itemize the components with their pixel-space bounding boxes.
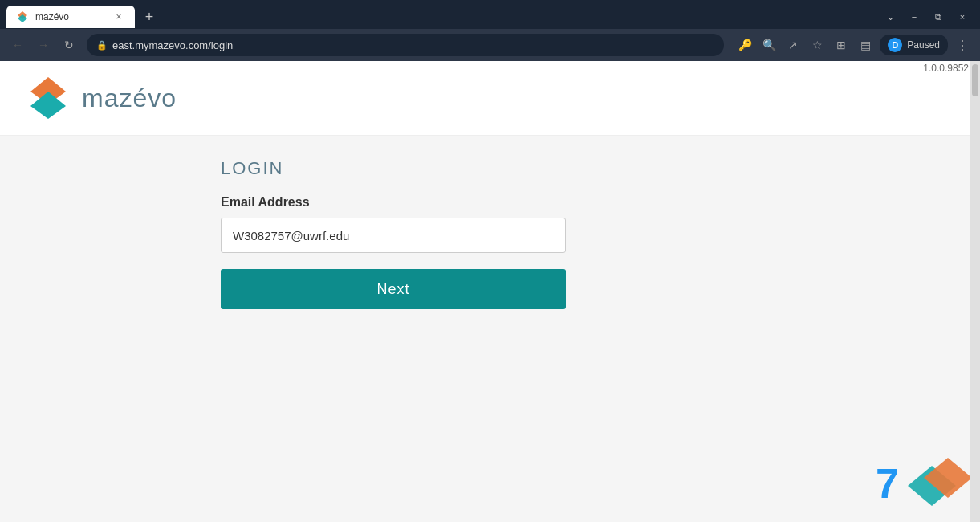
logo-text: mazévo [82,84,177,113]
logo-container: mazévo [24,74,177,122]
paused-label: Paused [907,39,940,51]
header-bar: mazévo [0,61,980,136]
scrollbar-thumb[interactable] [972,64,978,96]
sidebar-icon[interactable]: ▤ [854,34,876,56]
reload-button[interactable]: ↻ [58,34,80,56]
window-close-button[interactable]: × [951,6,974,28]
email-input[interactable] [221,218,566,253]
new-tab-button[interactable]: + [138,6,161,28]
page-content: 1.0.0.9852 mazévo LOGIN Email Address Ne… [0,61,980,522]
svg-marker-3 [30,92,66,119]
login-title: LOGIN [221,158,283,179]
extension-icon[interactable]: ⊞ [830,34,852,56]
zoom-icon[interactable]: 🔍 [758,34,780,56]
login-form: LOGIN Email Address Next [0,136,980,333]
version-badge: 1.0.0.9852 [923,61,969,75]
browser-chrome: mazévo × + ⌄ − ⧉ × ← → ↻ 🔒 east.mymazevo… [0,0,980,61]
tab-favicon [16,10,29,23]
window-controls: ⌄ − ⧉ × [879,6,974,28]
tab-title: mazévo [35,11,106,22]
profile-avatar: D [888,38,902,52]
minimize-button[interactable]: − [903,6,925,28]
next-button[interactable]: Next [221,269,566,309]
chevron-down-icon[interactable]: ⌄ [879,6,901,28]
toolbar-icons: 🔑 🔍 ↗ ☆ ⊞ ▤ [734,34,876,56]
share-icon[interactable]: ↗ [782,34,804,56]
back-button[interactable]: ← [6,34,29,56]
lock-icon: 🔒 [96,40,108,51]
active-tab[interactable]: mazévo × [6,6,135,28]
url-text: east.mymazevo.com/login [112,39,233,51]
mazevo-logo [24,74,72,122]
restore-button[interactable]: ⧉ [927,6,950,28]
scrollbar-track[interactable] [970,61,980,522]
svg-text:7: 7 [876,460,899,507]
key-icon[interactable]: 🔑 [734,34,756,56]
tab-close-button[interactable]: × [112,10,125,23]
more-button[interactable]: ⋮ [951,34,974,56]
widget-corner: 7 [868,442,980,522]
email-label: Email Address [221,195,310,210]
star-icon[interactable]: ☆ [806,34,828,56]
tab-bar: mazévo × + ⌄ − ⧉ × [0,0,980,29]
forward-button[interactable]: → [32,34,55,56]
url-bar[interactable]: 🔒 east.mymazevo.com/login [87,34,724,56]
paused-badge: D Paused [880,35,948,55]
address-bar: ← → ↻ 🔒 east.mymazevo.com/login 🔑 🔍 ↗ ☆ … [0,29,980,61]
